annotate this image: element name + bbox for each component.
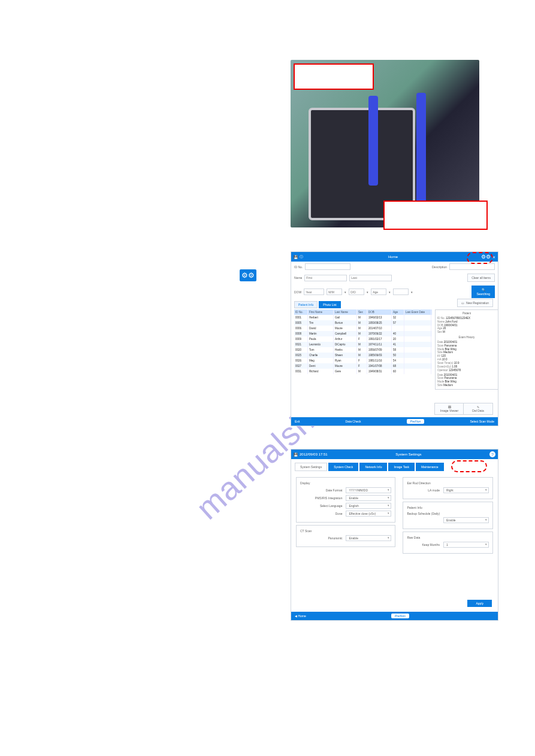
language-label: Select Language — [300, 504, 346, 508]
clear-all-button[interactable]: Clear all items — [467, 274, 495, 282]
maintenance-tab-highlight — [451, 460, 487, 472]
ctscan-panel: CT Scan PanoramicEnable — [296, 525, 395, 547]
patientinfo-title: Patient Info — [407, 506, 489, 509]
new-registration-icon: ▭ — [461, 301, 464, 305]
pp-date-k: Date — [437, 341, 443, 344]
col-sex[interactable]: Sex — [357, 309, 367, 315]
settings-icon-highlight — [467, 252, 493, 264]
pp-name-v: John Ford — [445, 320, 457, 323]
pp-name-k: Name — [437, 320, 445, 323]
age-input[interactable] — [371, 289, 386, 295]
idno-input[interactable] — [305, 263, 350, 270]
backup-label: Backup Schedule (Daily) — [407, 512, 489, 515]
sex-input[interactable] — [393, 289, 409, 295]
backup-select[interactable]: Enable — [443, 517, 489, 523]
pp-st-v: 10.9 — [454, 362, 460, 365]
age-dropdown[interactable]: ▾ — [389, 290, 391, 294]
col-firstname[interactable]: First Name — [308, 309, 334, 315]
col-lastexam[interactable]: Last Exam Date — [404, 309, 431, 315]
pp-mode-v: Bite Wing — [445, 348, 457, 351]
pp-dob-k: DOB — [437, 324, 443, 327]
data-check-button[interactable]: Data Check — [345, 420, 361, 423]
info-icon[interactable]: ⓘ — [300, 254, 303, 260]
home-button[interactable]: ◀ Home — [295, 614, 306, 618]
pp-mode-k: Mode — [437, 348, 444, 351]
pp-size2-v: Medium — [443, 384, 453, 387]
language-select[interactable]: English — [346, 503, 391, 509]
month-dropdown[interactable]: ▾ — [344, 290, 346, 294]
last-name-input[interactable] — [349, 275, 392, 281]
pp-idno-k: ID No. — [437, 317, 445, 320]
search-button-label: Searching — [476, 292, 490, 296]
year-input[interactable] — [304, 289, 324, 295]
table-row[interactable]: 0005TimBurtonM1950/08/2557 — [294, 320, 432, 326]
pp-dose-k: Dose(mGy) — [437, 365, 451, 368]
table-row[interactable]: 0026MegRyanF1981/11/1654 — [294, 358, 432, 363]
month-input[interactable] — [327, 289, 342, 295]
day-input[interactable] — [349, 289, 364, 295]
pp-size-k: Size — [437, 351, 443, 354]
help-icon[interactable]: ? — [489, 451, 495, 457]
apply-button[interactable]: Apply — [467, 600, 492, 607]
panoramic-label: Panoramic — [300, 536, 346, 540]
panoramic-select[interactable]: Enable — [346, 535, 391, 541]
col-lastname[interactable]: Last Name — [334, 309, 357, 315]
datetime-text: 2012/09/03 17:51 — [300, 453, 328, 456]
tab-network-info[interactable]: Network Info — [359, 463, 387, 471]
exit-button[interactable]: Exit — [295, 420, 300, 423]
system-settings-window: 💾 2012/09/03 17:51 System Settings ? Sys… — [291, 449, 498, 621]
tab-photo-list[interactable]: Photo List — [319, 301, 340, 308]
tab-system-settings[interactable]: System Settings — [295, 463, 327, 471]
first-name-input[interactable] — [304, 275, 347, 281]
pp-mode2-v: Bite Wing — [445, 380, 457, 383]
display-title: Display — [300, 481, 391, 485]
col-age[interactable]: Age — [392, 309, 404, 315]
save-icon-2[interactable]: 💾 — [294, 453, 298, 457]
del-data-button[interactable]: ✎ Del Data — [463, 403, 493, 415]
pp-mode2-k: Mode — [437, 380, 444, 383]
pp-ma-v: 10.0 — [442, 358, 448, 361]
image-viewer-button[interactable]: 🖼 Image Viewer — [434, 403, 464, 415]
day-dropdown[interactable]: ▾ — [367, 290, 368, 294]
select-scan-mode-button[interactable]: Select Scan Mode — [470, 420, 494, 423]
keep-months-select[interactable]: 1 — [443, 542, 489, 548]
tab-image-task[interactable]: Image Task — [388, 463, 414, 471]
save-icon[interactable]: 💾 — [294, 255, 298, 259]
col-dob[interactable]: DOB — [367, 309, 392, 315]
description-input[interactable] — [449, 263, 495, 270]
table-row[interactable]: 0008MartinCampbellM1970/06/2240 — [294, 331, 432, 336]
table-row[interactable]: 0031RichardGereM1949/08/3160 — [294, 369, 432, 374]
tab-maintenance[interactable]: Maintenance — [416, 463, 444, 471]
bottom-bar-2: ◀ Home PreXion — [291, 612, 498, 620]
pms-select[interactable]: Enable — [346, 495, 391, 501]
new-registration-button[interactable]: ▭ New Registration — [457, 299, 493, 307]
la-mode-select[interactable]: Right — [443, 487, 489, 493]
search-icon: 🔍 — [482, 288, 485, 292]
search-button[interactable]: 🔍 Searching — [471, 286, 495, 298]
table-row[interactable]: 0006DavidMooreM2014/07/10 — [294, 326, 432, 331]
table-row[interactable]: 0025CharlieSheenM1985/06/0350 — [294, 353, 432, 358]
exam-history-title: Exam History — [437, 336, 496, 339]
table-row[interactable]: 0009PaulaArthurF1991/02/1720 — [294, 336, 432, 342]
pp-scan-v: Panorama — [445, 344, 457, 347]
description-label: Description — [432, 265, 447, 269]
table-row[interactable]: 0027DemiMooreF1941/07/0868 — [294, 363, 432, 369]
display-panel: Display Date FormatYYYY/MM/DD PMS/RIS In… — [296, 477, 395, 523]
date-format-select[interactable]: YYYY/MM/DD — [346, 487, 391, 493]
pp-scan2-v: Panorama — [445, 377, 457, 379]
idno-label: ID No. — [294, 265, 303, 269]
sex-dropdown[interactable]: ▾ — [411, 290, 413, 294]
home-label: Home — [298, 614, 306, 618]
tab-patient-info[interactable]: Patient Info — [294, 301, 318, 308]
pp-sex-k: Sex — [437, 330, 442, 333]
pp-st-k: Scan Time(s) — [437, 362, 454, 365]
table-row[interactable]: 0020TomHanksM1956/07/0958 — [294, 347, 432, 353]
pp-kv-v: 120 — [442, 354, 446, 357]
pp-sex-v: M — [443, 330, 445, 333]
col-idno[interactable]: ID No. — [294, 309, 308, 315]
table-row[interactable]: 0021LeonardoDiCaprioM1974/11/1141 — [294, 342, 432, 347]
table-row[interactable]: 0001HerbertGailM1946/02/1332 — [294, 315, 432, 320]
dose-select[interactable]: Effective dose (uSv) — [346, 511, 391, 517]
tab-system-check[interactable]: System Check — [328, 463, 358, 471]
table-header: ID No. First Name Last Name Sex DOB Age … — [294, 309, 432, 315]
